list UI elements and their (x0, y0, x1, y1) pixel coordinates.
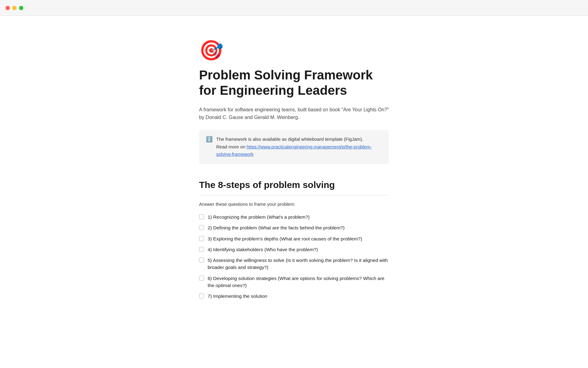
minimize-button[interactable] (12, 6, 17, 10)
page-description: A framework for software engineering tea… (199, 106, 389, 121)
checklist-item-text: 5) Assessing the willingness to solve (I… (208, 257, 389, 271)
checklist: 1) Recognizing the problem (What's a pro… (199, 212, 389, 301)
list-item: 3) Exploring the problem's depths (What … (199, 233, 389, 244)
page-icon: 🎯 (199, 40, 389, 60)
list-item: 1) Recognizing the problem (What's a pro… (199, 212, 389, 222)
list-item: 7) Implementing the solution (199, 291, 389, 301)
info-box-link[interactable]: https://www.practicalengineering.managem… (216, 144, 372, 157)
checklist-item-text: 6) Developing solution strategies (What … (208, 275, 389, 289)
list-item: 6) Developing solution strategies (What … (199, 273, 389, 291)
section-description: Answer these questions to frame your pro… (199, 201, 389, 207)
checklist-item-text: 4) Identifying stakeholders (Who have th… (208, 246, 389, 253)
checkbox-6[interactable] (199, 276, 204, 281)
checkbox-2[interactable] (199, 225, 204, 230)
info-icon: ℹ️ (206, 136, 213, 143)
info-box-content: The framework is also available as digit… (216, 136, 382, 158)
list-item: 4) Identifying stakeholders (Who have th… (199, 244, 389, 255)
checkbox-1[interactable] (199, 214, 204, 219)
checkbox-4[interactable] (199, 247, 204, 252)
checkbox-3[interactable] (199, 236, 204, 241)
list-item: 5) Assessing the willingness to solve (I… (199, 255, 389, 273)
maximize-button[interactable] (19, 6, 23, 10)
close-button[interactable] (6, 6, 10, 10)
traffic-lights (6, 6, 23, 10)
checklist-item-text: 1) Recognizing the problem (What's a pro… (208, 213, 389, 220)
checklist-item-text: 7) Implementing the solution (208, 293, 389, 300)
checkbox-5[interactable] (199, 258, 204, 263)
checklist-item-text: 2) Defining the problem (What are the fa… (208, 224, 389, 231)
page-content: 🎯 Problem Solving Framework for Engineer… (187, 16, 401, 332)
page-title: Problem Solving Framework for Engineerin… (199, 67, 389, 98)
info-box: ℹ️ The framework is also available as di… (199, 130, 389, 164)
checkbox-7[interactable] (199, 293, 204, 298)
window-chrome (0, 0, 588, 16)
list-item: 2) Defining the problem (What are the fa… (199, 222, 389, 233)
section-title: The 8-steps of problem solving (199, 180, 389, 190)
checklist-item-text: 3) Exploring the problem's depths (What … (208, 235, 389, 242)
section-divider (199, 195, 389, 195)
